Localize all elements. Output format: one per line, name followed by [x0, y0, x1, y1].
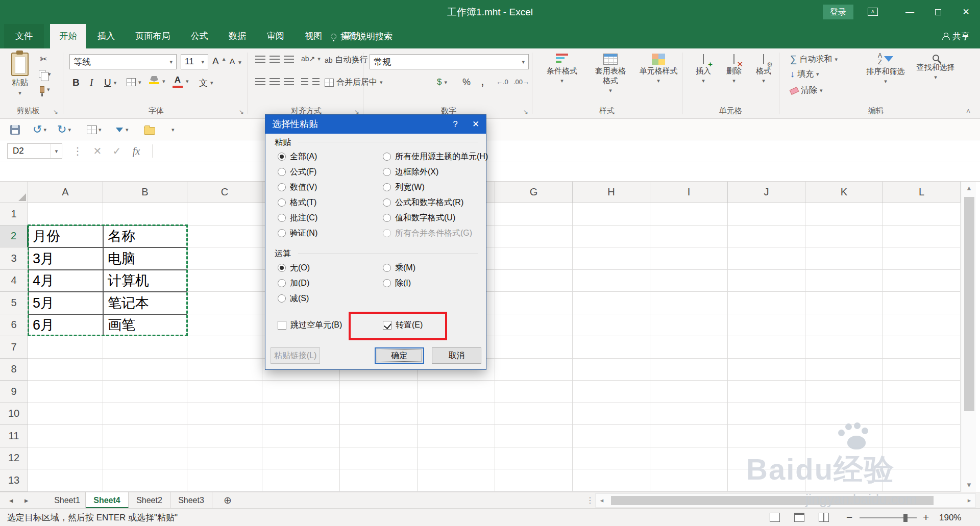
zoom-level[interactable]: 190% — [939, 509, 961, 526]
minimize-button[interactable]: — — [896, 0, 924, 24]
cell-C6[interactable] — [187, 314, 262, 337]
conditional-formatting-button[interactable]: 条件格式 ▾ — [540, 54, 584, 84]
save-button[interactable] — [10, 119, 20, 140]
cell-I12[interactable] — [650, 447, 728, 470]
cell-I11[interactable] — [650, 425, 728, 447]
cell-K2[interactable] — [805, 226, 883, 248]
cell-H12[interactable] — [573, 447, 650, 470]
row-header-9[interactable]: 9 — [0, 381, 28, 403]
cell-B7[interactable] — [103, 336, 187, 359]
tab-data[interactable]: 数据 — [219, 24, 255, 48]
cell-A9[interactable] — [28, 381, 103, 403]
radio-paste-values-number-formats[interactable]: 值和数字格式(U) — [383, 212, 455, 224]
align-top-button[interactable] — [255, 56, 265, 63]
radio-paste-source-theme[interactable]: 所有使用源主题的单元(H) — [383, 151, 488, 163]
collapse-ribbon-icon[interactable]: ˄ — [966, 107, 970, 115]
find-select-button[interactable]: 查找和选择 ▾ — [913, 55, 959, 81]
copy-button[interactable]: ▾ — [39, 70, 51, 78]
radio-paste-comments[interactable]: 批注(C) — [278, 212, 317, 224]
cell-C13[interactable] — [187, 469, 262, 492]
zoom-in-button[interactable]: + — [923, 509, 929, 526]
cell-K13[interactable] — [805, 469, 883, 492]
cell-I5[interactable] — [650, 292, 728, 314]
sheet-tab-sheet1[interactable]: Sheet1 — [49, 492, 86, 508]
cell-J12[interactable] — [728, 447, 805, 470]
cell-I6[interactable] — [650, 314, 728, 337]
accounting-format-button[interactable]: $▾ — [437, 77, 447, 87]
cell-D12[interactable] — [262, 447, 340, 470]
page-break-view-icon[interactable] — [819, 513, 829, 522]
horizontal-scroll-thumb[interactable] — [611, 496, 934, 505]
underline-button[interactable]: U▾ — [104, 77, 116, 88]
cell-L11[interactable] — [883, 425, 961, 447]
cell-E11[interactable] — [340, 425, 418, 447]
cell-B5[interactable]: 笔记本 — [103, 292, 187, 314]
italic-button[interactable]: I — [90, 77, 93, 88]
select-all-corner[interactable] — [0, 182, 28, 203]
cell-L13[interactable] — [883, 469, 961, 492]
cell-L3[interactable] — [883, 247, 961, 270]
cell-C10[interactable] — [187, 403, 262, 425]
radio-op-subtract[interactable]: 减(S) — [278, 292, 309, 305]
cell-I9[interactable] — [650, 381, 728, 403]
ok-button[interactable]: 确定 — [375, 347, 424, 364]
radio-op-none[interactable]: 无(O) — [278, 262, 310, 274]
cell-L5[interactable] — [883, 292, 961, 314]
cell-C3[interactable] — [187, 247, 262, 270]
scroll-left-icon[interactable]: ◂ — [596, 494, 608, 507]
row-header-5[interactable]: 5 — [0, 292, 28, 314]
sort-filter-button[interactable]: AZ 排序和筛选 ▾ — [863, 53, 909, 85]
cell-B8[interactable] — [103, 359, 187, 381]
dialog-close-icon[interactable]: ✕ — [465, 115, 486, 134]
column-header-J[interactable]: J — [728, 182, 805, 203]
cell-L12[interactable] — [883, 447, 961, 470]
font-color-dropdown[interactable]: ▾ — [186, 78, 189, 85]
checkbox-skip-blanks[interactable]: 跳过空单元(B) — [278, 319, 342, 331]
maximize-button[interactable] — [924, 0, 952, 24]
cell-B9[interactable] — [103, 381, 187, 403]
undo-button[interactable]: ↺▾ — [33, 119, 46, 140]
cell-B12[interactable] — [103, 447, 187, 470]
row-header-10[interactable]: 10 — [0, 403, 28, 425]
confirm-entry-icon[interactable]: ✓ — [109, 143, 125, 159]
radio-paste-formats[interactable]: 格式(T) — [278, 196, 316, 209]
row-header-6[interactable]: 6 — [0, 314, 28, 337]
page-layout-view-icon[interactable] — [794, 513, 804, 522]
cell-A13[interactable] — [28, 469, 103, 492]
insert-function-button[interactable]: fx — [128, 143, 145, 159]
cell-G8[interactable] — [495, 359, 573, 381]
zoom-slider[interactable] — [860, 517, 917, 518]
align-left-button[interactable] — [255, 78, 265, 86]
decrease-decimal-button[interactable]: .00→ — [513, 78, 529, 86]
cell-G11[interactable] — [495, 425, 573, 447]
cell-I8[interactable] — [650, 359, 728, 381]
cell-J8[interactable] — [728, 359, 805, 381]
column-header-I[interactable]: I — [650, 182, 728, 203]
radio-paste-column-widths[interactable]: 列宽(W) — [383, 181, 425, 193]
cell-I1[interactable] — [650, 203, 728, 226]
share-button[interactable]: 共享 — [942, 24, 970, 48]
cell-D10[interactable] — [262, 403, 340, 425]
cell-L7[interactable] — [883, 336, 961, 359]
cell-H6[interactable] — [573, 314, 650, 337]
cell-D11[interactable] — [262, 425, 340, 447]
decrease-font-button[interactable]: A▼ — [230, 57, 242, 65]
cell-E13[interactable] — [340, 469, 418, 492]
cut-button[interactable]: ✂ — [40, 55, 47, 64]
cell-J6[interactable] — [728, 314, 805, 337]
cell-C2[interactable] — [187, 226, 262, 248]
cell-J10[interactable] — [728, 403, 805, 425]
radio-paste-values[interactable]: 数值(V) — [278, 181, 317, 193]
cell-A6[interactable]: 6月 — [28, 314, 103, 337]
column-header-C[interactable]: C — [187, 182, 262, 203]
cell-K3[interactable] — [805, 247, 883, 270]
row-header-1[interactable]: 1 — [0, 203, 28, 226]
cell-C4[interactable] — [187, 270, 262, 292]
cell-A7[interactable] — [28, 336, 103, 359]
close-button[interactable]: ✕ — [952, 0, 980, 24]
phonetic-guide-button[interactable]: 文▾ — [199, 77, 213, 89]
cancel-button[interactable]: 取消 — [432, 347, 481, 364]
cancel-entry-icon[interactable]: ✕ — [90, 143, 105, 159]
column-header-K[interactable]: K — [805, 182, 883, 203]
tab-view[interactable]: 视图 — [296, 24, 331, 48]
